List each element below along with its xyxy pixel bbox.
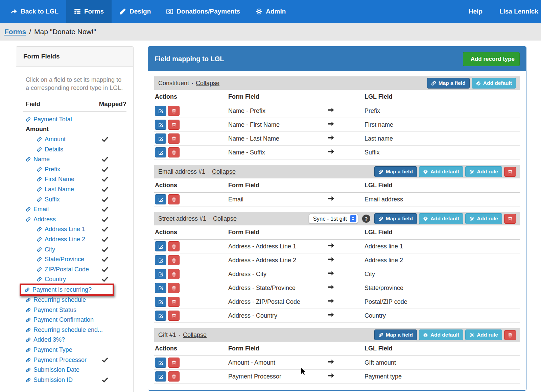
field-link-first-name[interactable]: First Name	[23, 176, 74, 183]
add-rule-button-street-address-1[interactable]: Add rule	[465, 213, 502, 224]
column-form-field: Form Field	[228, 229, 327, 236]
field-link-address-line-2[interactable]: Address Line 2	[23, 236, 85, 243]
sidebar-field-payment-is-recurring: Payment is recurring?	[20, 284, 114, 296]
edit-mapping-button[interactable]	[155, 297, 166, 307]
sidebar-field-prefix: Prefix	[23, 165, 126, 175]
field-link-email[interactable]: Email	[23, 206, 49, 213]
field-link-prefix[interactable]: Prefix	[23, 166, 60, 173]
add-record-type-button[interactable]: Add record type	[463, 52, 520, 66]
field-link-address[interactable]: Address	[23, 216, 56, 223]
field-link-city[interactable]: City	[23, 246, 55, 253]
field-link-amount[interactable]: Amount	[23, 136, 66, 143]
delete-mapping-button[interactable]	[168, 269, 180, 279]
nav-item-forms[interactable]: Forms	[66, 0, 112, 23]
breadcrumb-forms-link[interactable]: Forms	[4, 28, 26, 36]
navbar-right: Help Lisa Lennick	[459, 0, 541, 23]
field-link-submission-date[interactable]: Submission Date	[23, 366, 79, 373]
delete-mapping-button[interactable]	[168, 241, 180, 251]
collapse-link-constituent[interactable]: Collapse	[196, 80, 219, 87]
pencil-icon	[119, 8, 126, 15]
delete-mapping-button[interactable]	[168, 297, 180, 307]
field-link-payment-status[interactable]: Payment Status	[23, 307, 76, 314]
edit-mapping-button[interactable]	[155, 255, 166, 265]
field-label: Recurring schedule	[33, 296, 86, 303]
sync-help-icon[interactable]: ?	[362, 215, 370, 223]
edit-mapping-button[interactable]	[155, 106, 166, 116]
field-link-name[interactable]: Name	[23, 156, 50, 163]
section-actions: Map a fieldAdd defaultAdd rule	[374, 166, 516, 177]
delete-section-button-gift-1[interactable]	[504, 330, 516, 340]
field-link-added-3[interactable]: Added 3%?	[23, 336, 65, 343]
delete-mapping-button[interactable]	[168, 283, 180, 293]
lgl-field-value: Payment type	[364, 373, 519, 380]
collapse-link-email-address-1[interactable]: Collapse	[212, 168, 236, 175]
field-link-payment-total[interactable]: Payment Total	[23, 116, 72, 123]
sidebar-field-added-3: Added 3%?	[23, 335, 126, 345]
field-link-payment-type[interactable]: Payment Type	[23, 346, 72, 353]
breadcrumb-separator: /	[29, 28, 31, 36]
link-icon	[26, 317, 31, 322]
add-default-button-street-address-1[interactable]: Add default	[419, 213, 463, 224]
nav-item-back-to-lgl[interactable]: Back to LGL	[3, 0, 66, 23]
delete-mapping-button[interactable]	[168, 133, 180, 144]
form-field-value: Address - Address Line 2	[228, 257, 327, 264]
field-link-country[interactable]: Country	[23, 276, 66, 283]
edit-mapping-button[interactable]	[155, 133, 166, 144]
delete-mapping-button[interactable]	[168, 106, 180, 116]
field-link-address-line-1[interactable]: Address Line 1	[23, 226, 85, 233]
link-icon	[378, 216, 383, 221]
delete-mapping-button[interactable]	[168, 371, 180, 382]
user-menu[interactable]: Lisa Lennick	[490, 0, 541, 23]
delete-mapping-button[interactable]	[168, 147, 180, 157]
delete-mapping-button[interactable]	[168, 255, 180, 265]
delete-mapping-button[interactable]	[168, 358, 180, 368]
edit-mapping-button[interactable]	[155, 269, 166, 279]
arrow-right-icon	[327, 311, 364, 320]
nav-item-donations-payments[interactable]: Donations/Payments	[159, 0, 248, 23]
edit-mapping-button[interactable]	[155, 311, 166, 321]
delete-section-button-email-address-1[interactable]	[504, 167, 516, 177]
delete-mapping-button[interactable]	[168, 194, 180, 204]
sync-select[interactable]: Sync - 1st gift	[309, 214, 358, 224]
sidebar-field-country: Country	[23, 274, 126, 285]
field-link-submission-id[interactable]: Submission ID	[23, 376, 73, 384]
field-link-payment-is-recurring[interactable]: Payment is recurring?	[23, 286, 92, 293]
field-link-recurring-schedule-end[interactable]: Recurring schedule end...	[23, 326, 103, 334]
field-link-payment-confirmation[interactable]: Payment Confirmation	[23, 316, 94, 323]
field-link-recurring-schedule[interactable]: Recurring schedule	[23, 296, 86, 303]
map-a-field-button-constituent[interactable]: Map a field	[427, 78, 470, 89]
field-link-payment-processor[interactable]: Payment Processor	[23, 357, 87, 364]
add-default-button-gift-1[interactable]: Add default	[419, 329, 463, 340]
nav-item-admin[interactable]: Admin	[248, 0, 293, 23]
field-link-details[interactable]: Details	[23, 146, 63, 153]
link-icon	[37, 177, 42, 182]
edit-mapping-button[interactable]	[155, 283, 166, 293]
delete-section-button-street-address-1[interactable]	[504, 214, 516, 224]
help-link[interactable]: Help	[459, 0, 490, 23]
edit-mapping-button[interactable]	[155, 371, 166, 382]
delete-mapping-button[interactable]	[168, 311, 180, 321]
delete-mapping-button[interactable]	[168, 120, 180, 130]
field-link-zip-postal-code[interactable]: ZIP/Postal Code	[23, 266, 89, 273]
map-a-field-button-email-address-1[interactable]: Map a field	[374, 166, 417, 177]
field-link-state-province[interactable]: State/Province	[23, 256, 84, 263]
field-label: Address	[33, 216, 56, 223]
edit-mapping-button[interactable]	[155, 147, 166, 157]
field-link-suffix[interactable]: Suffix	[23, 196, 60, 203]
map-a-field-button-street-address-1[interactable]: Map a field	[374, 213, 417, 224]
edit-mapping-button[interactable]	[155, 194, 166, 204]
edit-mapping-button[interactable]	[155, 358, 166, 368]
edit-mapping-button[interactable]	[155, 120, 166, 130]
check-icon	[102, 236, 108, 243]
collapse-link-street-address-1[interactable]: Collapse	[213, 215, 237, 222]
map-a-field-button-gift-1[interactable]: Map a field	[374, 329, 417, 340]
add-rule-button-email-address-1[interactable]: Add rule	[465, 166, 502, 177]
add-rule-button-gift-1[interactable]: Add rule	[465, 329, 502, 340]
add-default-button-constituent[interactable]: Add default	[472, 78, 516, 89]
field-label: Added 3%?	[33, 336, 65, 343]
add-default-button-email-address-1[interactable]: Add default	[419, 166, 463, 177]
nav-item-design[interactable]: Design	[112, 0, 159, 23]
collapse-link-gift-1[interactable]: Collapse	[183, 332, 207, 339]
field-link-last-name[interactable]: Last Name	[23, 186, 74, 193]
edit-mapping-button[interactable]	[155, 241, 166, 251]
